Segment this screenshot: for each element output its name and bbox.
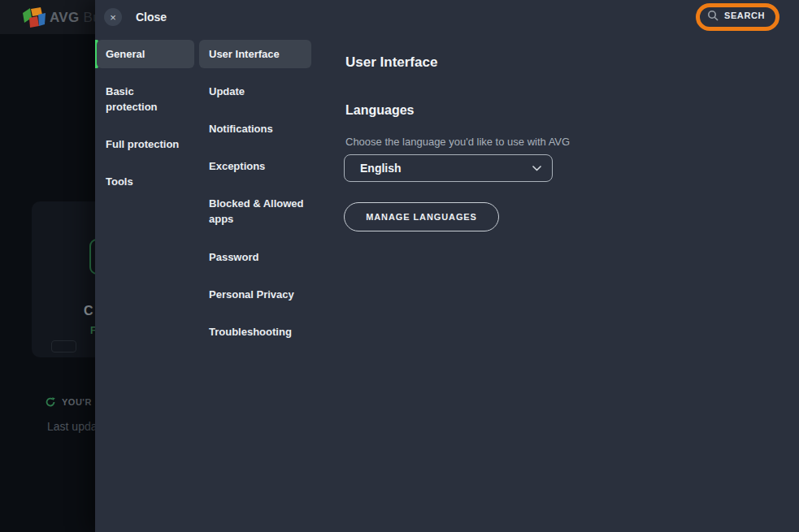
sidebar-item-full-protection[interactable]: Full protection xyxy=(106,136,179,152)
brand-name: AVG xyxy=(50,10,79,25)
subnav-item-blocked-allowed-apps[interactable]: Blocked & Allowed apps xyxy=(209,196,311,227)
sidebar-item-tools[interactable]: Tools xyxy=(106,174,133,189)
subnav-item-label: User Interface xyxy=(209,46,280,62)
search-button[interactable]: SEARCH xyxy=(707,10,765,21)
language-select[interactable]: English xyxy=(344,154,553,182)
language-selected-value: English xyxy=(360,162,402,175)
close-button[interactable]: × Close xyxy=(104,8,167,26)
search-label: SEARCH xyxy=(724,11,765,20)
manage-languages-button[interactable]: MANAGE LANGUAGES xyxy=(344,202,499,231)
subnav-item-troubleshooting[interactable]: Troubleshooting xyxy=(209,324,292,340)
close-label: Close xyxy=(136,11,167,24)
subnav-item-user-interface[interactable]: User Interface xyxy=(199,40,311,68)
subnav-item-notifications[interactable]: Notifications xyxy=(209,121,273,136)
app-window: AVG Bus C F YOU'R Last upda × Close SEAR… xyxy=(0,0,799,532)
chevron-down-icon xyxy=(532,166,541,171)
refresh-icon xyxy=(45,396,56,408)
subnav-item-personal-privacy[interactable]: Personal Privacy xyxy=(209,287,294,302)
sidebar-item-basic-protection[interactable]: Basic protection xyxy=(106,84,190,115)
avg-logo-icon xyxy=(23,7,46,28)
status-text-fragment: YOU'R xyxy=(62,397,92,407)
search-icon xyxy=(707,10,719,21)
sidebar-item-label: General xyxy=(106,46,145,62)
subnav-item-password[interactable]: Password xyxy=(209,249,258,265)
subnav-item-update[interactable]: Update xyxy=(209,84,245,99)
page-title: User Interface xyxy=(345,54,437,71)
card-faint-button xyxy=(51,340,76,353)
sidebar-item-general[interactable]: General xyxy=(97,40,194,68)
close-icon: × xyxy=(104,8,122,26)
language-description: Choose the language you'd like to use wi… xyxy=(345,136,570,148)
settings-overlay: × Close SEARCH General Basic protection … xyxy=(95,0,799,532)
manage-languages-label: MANAGE LANGUAGES xyxy=(366,212,477,222)
subnav-item-exceptions[interactable]: Exceptions xyxy=(209,158,265,174)
card-text-fragment: C xyxy=(84,304,93,318)
last-update-fragment: Last upda xyxy=(47,420,98,433)
section-heading-languages: Languages xyxy=(345,103,414,118)
protection-status: YOU'R xyxy=(45,396,92,408)
